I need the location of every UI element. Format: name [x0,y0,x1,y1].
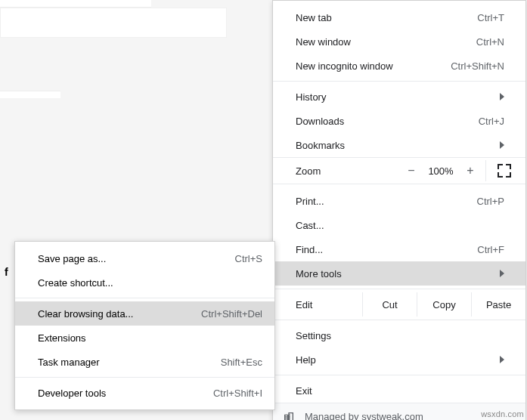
menu-find[interactable]: Find... Ctrl+F [273,237,525,261]
edit-copy-button[interactable]: Copy [417,292,471,317]
zoom-row: Zoom − 100% + [273,157,525,184]
watermark: wsxdn.com [481,409,524,418]
menu-label: Print... [296,196,477,207]
menu-shortcut: Ctrl+P [477,196,504,207]
separator [15,298,274,298]
menu-label: More tools [296,268,494,279]
menu-help[interactable]: Help [273,347,525,372]
page-fragment [0,91,60,98]
fullscreen-icon [499,165,510,176]
separator [273,81,525,82]
menu-more-tools[interactable]: More tools [273,261,525,286]
menu-label: Cast... [296,220,504,231]
menu-label: Help [296,354,494,366]
separator [273,375,525,375]
menu-label: New incognito window [296,60,451,72]
submenu-extensions[interactable]: Extensions [15,326,274,350]
menu-label: Save page as... [38,253,235,264]
menu-label: Exit [296,385,504,397]
menu-new-tab[interactable]: New tab Ctrl+T [273,5,525,29]
menu-new-incognito[interactable]: New incognito window Ctrl+Shift+N [273,54,525,78]
page-fragment [0,0,151,8]
page-text-fragment: f [5,266,8,278]
menu-label: Developer tools [38,388,213,399]
menu-history[interactable]: History [273,85,525,109]
separator [15,377,274,378]
menu-label: Extensions [38,332,262,344]
menu-label: New tab [296,12,477,23]
submenu-save-page[interactable]: Save page as... Ctrl+S [15,246,274,270]
managed-by-text: Managed by systweak.com [305,411,423,420]
submenu-arrow-icon [500,356,504,363]
fullscreen-button[interactable] [491,165,518,176]
chrome-main-menu: New tab Ctrl+T New window Ctrl+N New inc… [272,0,526,420]
edit-label: Edit [296,299,362,310]
menu-label: Bookmarks [296,140,494,151]
submenu-developer-tools[interactable]: Developer tools Ctrl+Shift+I [15,381,274,405]
menu-label: Clear browsing data... [38,308,201,320]
separator [485,160,486,181]
menu-shortcut: Ctrl+Shift+N [451,60,504,72]
separator [273,320,525,320]
menu-shortcut: Ctrl+N [476,36,504,48]
menu-label: History [296,91,494,103]
submenu-task-manager[interactable]: Task manager Shift+Esc [15,350,274,374]
menu-shortcut: Ctrl+S [235,253,262,264]
zoom-out-button[interactable]: − [401,164,422,178]
menu-shortcut: Shift+Esc [221,357,262,368]
submenu-arrow-icon [500,141,504,149]
building-icon [282,410,296,421]
submenu-create-shortcut[interactable]: Create shortcut... [15,270,274,295]
menu-label: Downloads [296,116,479,127]
menu-shortcut: Ctrl+T [477,12,504,23]
menu-print[interactable]: Print... Ctrl+P [273,189,525,213]
menu-settings[interactable]: Settings [273,323,525,347]
page-fragment [0,8,227,38]
menu-label: Create shortcut... [38,277,262,289]
zoom-label: Zoom [296,165,401,177]
menu-downloads[interactable]: Downloads Ctrl+J [273,109,525,133]
menu-exit[interactable]: Exit [273,378,525,403]
menu-bookmarks[interactable]: Bookmarks [273,133,525,157]
menu-new-window[interactable]: New window Ctrl+N [273,29,525,54]
menu-label: Find... [296,244,477,255]
edit-row: Edit Cut Copy Paste [273,292,525,317]
menu-label: Task manager [38,357,221,368]
menu-cast[interactable]: Cast... [273,213,525,237]
zoom-level: 100% [422,165,460,177]
menu-shortcut: Ctrl+Shift+Del [201,308,262,320]
zoom-in-button[interactable]: + [460,164,481,178]
edit-cut-button[interactable]: Cut [362,292,417,317]
more-tools-submenu: Save page as... Ctrl+S Create shortcut..… [14,241,275,410]
menu-shortcut: Ctrl+F [477,244,504,255]
edit-paste-button[interactable]: Paste [471,292,525,317]
menu-label: Settings [296,330,504,341]
submenu-clear-browsing-data[interactable]: Clear browsing data... Ctrl+Shift+Del [15,301,274,326]
separator [273,289,525,289]
menu-label: New window [296,36,476,48]
submenu-arrow-icon [500,270,504,277]
menu-shortcut: Ctrl+Shift+I [213,388,262,399]
menu-shortcut: Ctrl+J [479,116,504,127]
submenu-arrow-icon [500,93,504,100]
